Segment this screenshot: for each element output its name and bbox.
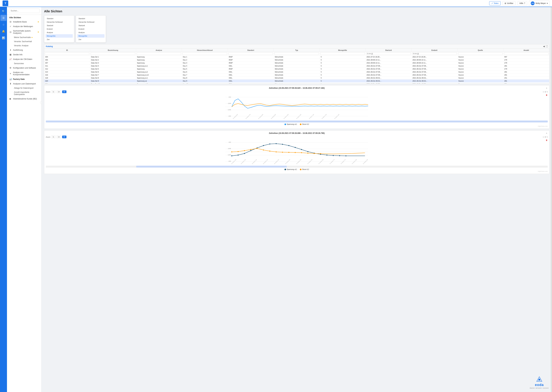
svg-point-39 (307, 151, 308, 152)
table-row[interactable]: 307 Data Set 3 Spannung Key 3 IRAP Störs… (44, 62, 549, 64)
cell-quelle: Source (457, 68, 503, 70)
chart1-legend-item-1: Strom IL2 (300, 123, 309, 125)
col-hierarchie: Hierarchieschlüssel (182, 49, 228, 52)
cell-id: 305 (44, 58, 90, 62)
dropdown1-item-3[interactable]: Endzeit (45, 27, 73, 31)
table-row[interactable]: 304 Data Set 1 Spannung Key 1 IRAP Störs… (44, 56, 549, 58)
sidebar-item-sachverhalte[interactable]: ⊡ Sachverhalte (autom. Analysen) ★ (7, 29, 41, 35)
sidebar-item-ausfuhrung[interactable]: ℹ Ausführung (7, 48, 41, 52)
chart2-scrollbar-thumb[interactable] (136, 166, 287, 168)
filter-bezeichnung[interactable] (91, 52, 135, 55)
filter-id[interactable] (45, 52, 89, 55)
sidebar-sachverhalte-star[interactable]: ★ (37, 31, 39, 33)
sidebar-item-ablage[interactable]: Ablage für Datenimport (12, 86, 41, 90)
sidebar-item-analysis[interactable]: ✓ Analyse der Meldungen (7, 24, 41, 29)
dropdown2-item-1[interactable]: Hierarchie Schlüssel (77, 20, 104, 24)
table-row[interactable]: 305 Data Set 2 Spannung Key 2 IRAP Störs… (44, 58, 549, 62)
table-row[interactable]: 318 Data Set 8 Spannung uL1 Key 8 ISKL S… (44, 77, 549, 79)
dropdown2-item-2[interactable]: Startzeit (77, 24, 104, 27)
chart1-zoom-1m[interactable]: 1m (57, 91, 61, 93)
share-button[interactable]: ↗ Teilen (489, 1, 501, 5)
dropdown1-item-6[interactable]: 2ve (45, 38, 73, 41)
chart1-expand-icon[interactable]: ≡ (545, 87, 548, 90)
sidebar-item-meine[interactable]: Meine Sachverhalte ★ (12, 35, 41, 39)
dropdown1-item-1[interactable]: Hierarchie Schlüssel (45, 20, 73, 24)
filter-endzeit[interactable] (412, 52, 457, 55)
dropdown2-item-5[interactable]: Messgröße (77, 34, 104, 38)
sidebar-item-verantw[interactable]: Verantw. Sachverhalt (12, 39, 41, 43)
filter-hierarchie[interactable] (182, 52, 227, 55)
sidebar-item-geraete[interactable]: ▦ Geräte Info (7, 52, 41, 57)
nav-bell-icon[interactable]: 🔔 (0, 28, 7, 34)
chart2-menu-icon[interactable]: ⋯ (545, 135, 548, 138)
filter-analyse[interactable] (137, 52, 181, 55)
help-button[interactable]: Hilfe ? (517, 1, 527, 5)
sidebar-installed-star[interactable]: ★ (37, 21, 39, 23)
dropdown2-item-3[interactable]: Endzeit (77, 27, 104, 31)
sidebar-ausfuhrung-icon: ℹ (9, 49, 12, 51)
sidebar-collapse-button[interactable]: ‹ (40, 101, 42, 104)
sidebar-item-verantwa[interactable]: Verantw. Analyse (12, 43, 41, 48)
dropdown2-item-4[interactable]: Analyse (77, 31, 104, 34)
dropdown1-item-5[interactable]: Messgröße (45, 34, 73, 38)
table-row[interactable]: 316 Data Set 7 Spannung uL12 Key 7 ISKL … (44, 73, 549, 77)
sidebar-item-sensorview[interactable]: Sensorview (12, 62, 41, 66)
sidebar-item-anzahl[interactable]: Anzahl importierte Datenpakete (12, 90, 41, 97)
cell-hierarchie: Key 4 (182, 64, 228, 68)
sidebar-item-cm[interactable]: 📈 Analyse der CM-Daten (7, 57, 41, 62)
cell-hierarchie: Key 2 (182, 58, 228, 62)
nav-search-icon[interactable]: 🔍 (0, 8, 7, 14)
dropdown1-item-2[interactable]: Startzeit (45, 24, 73, 27)
fullscreen-icon[interactable]: ⛶ (546, 45, 548, 48)
chart1-zoom-all[interactable]: All (62, 91, 66, 93)
chart1-menu-icon[interactable]: ⋯ (545, 90, 548, 93)
dropdown2-item-6[interactable]: 2ve (77, 38, 104, 41)
sidebar-item-konfiguration[interactable]: ⚙ Konfiguration und Software (7, 66, 41, 70)
chart2-scrollbar[interactable] (46, 166, 548, 168)
filter-quelle[interactable] (458, 52, 503, 55)
table-row[interactable]: 321 Data Set 10 Spannung uL2 Key 10 ISKL… (44, 83, 549, 84)
table-row[interactable]: 320 Data Set 9 Spannung ue Key 9 ISKL St… (44, 79, 549, 83)
chart2-zoom-1m[interactable]: 1m (57, 136, 61, 138)
chart1-zoom-1s[interactable]: 1s (51, 91, 56, 93)
cell-endzeit: 2021-08-Mi 22:11... (412, 58, 458, 62)
dropdown1-item-0[interactable]: Standort (45, 17, 73, 20)
filter-anzahl[interactable] (504, 52, 549, 55)
filter-messgrosse[interactable] (320, 52, 365, 55)
filter-typ[interactable] (274, 52, 319, 55)
cell-analyse: Spannung uL2 (136, 83, 182, 84)
table-row[interactable]: 311 Data Set 4 Spannung uL1 Key 4 ISKL S… (44, 64, 549, 68)
search-input[interactable] (9, 8, 39, 13)
chart2-zoom-all[interactable]: All (62, 136, 66, 138)
chart1-y-indicator-gt: > (543, 91, 544, 93)
chart1-delete-icon[interactable]: 🗑 (545, 94, 548, 97)
vorfilter-button[interactable]: ⊞ Vorfilter (502, 1, 516, 5)
table-row[interactable]: 314 Data Set 6 Spannung uL2 Key 6 ISKL S… (44, 70, 549, 73)
nav-menu-icon[interactable]: ☰ (0, 15, 7, 21)
chart2-title: Zeitreihen (10.06.2021 07:09:26.698 – 10… (46, 132, 548, 134)
meine-star[interactable]: ★ (31, 36, 33, 38)
table-row[interactable]: 312 Data Set 5 Spannung Key 5 IRAP Störs… (44, 68, 549, 70)
cell-anzahl: 279 (503, 62, 549, 64)
nav-star-icon[interactable]: ☆ (0, 21, 7, 28)
chart2-zoom-1s[interactable]: 1s (51, 136, 56, 138)
chart2-delete-icon[interactable]: 🗑 (545, 139, 548, 142)
chart2-expand-icon[interactable]: ≡ (545, 132, 548, 135)
app-logo[interactable]: Y (2, 0, 8, 6)
top-navigation: Y ↗ Teilen ⊞ Vorfilter Hilfe ? MM Molly … (0, 0, 552, 7)
expand-icon[interactable]: ◀ (543, 45, 545, 48)
sidebar-item-installed[interactable]: ⊟ Installierte Basis ★ (7, 20, 41, 24)
filter-standort[interactable] (228, 52, 273, 55)
chart1-scrollbar-thumb[interactable] (46, 120, 548, 122)
sidebar-item-inbetrieb[interactable]: ▶ Inbetriebnahme Kunde (IB2) (7, 97, 41, 101)
sidebar-item-factorygate[interactable]: 📊 Factory Gate (7, 77, 41, 81)
sidebar-item-komponenten[interactable]: ≡ Analyse von Komponentendaten (7, 70, 41, 77)
nav-chart-icon[interactable]: 📊 (0, 35, 7, 41)
cell-standort: ISKL (228, 83, 274, 84)
chart1-scrollbar[interactable] (46, 120, 548, 122)
user-menu[interactable]: MM Molly Meyer ▾ (529, 1, 550, 6)
dropdown1-item-4[interactable]: Analyse (45, 31, 73, 34)
sidebar-item-datenimport[interactable]: ⬇ Analysen zum Datenimport (7, 81, 41, 86)
dropdown2-item-0[interactable]: Standort (77, 17, 104, 20)
filter-startzeit[interactable] (366, 52, 411, 55)
